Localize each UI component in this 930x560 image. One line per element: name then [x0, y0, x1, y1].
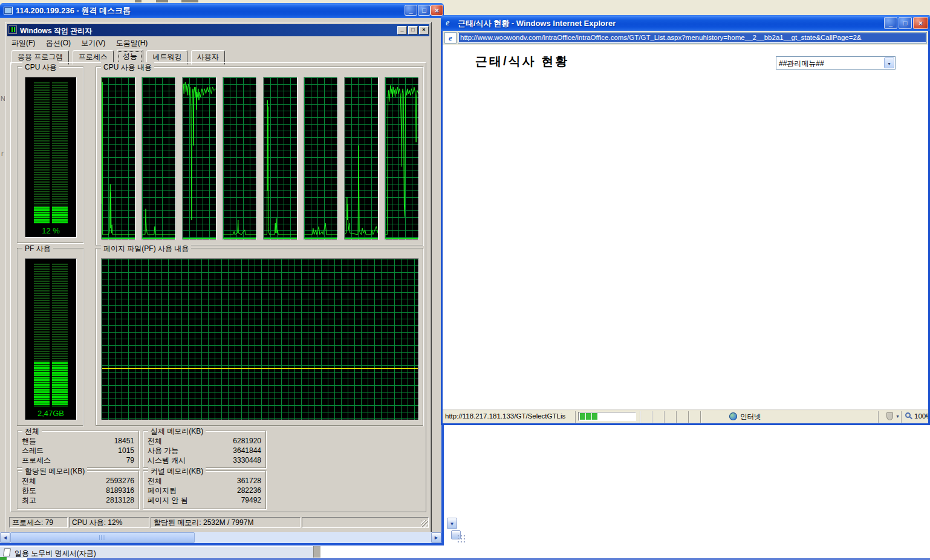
- bottom-bar-separator: [313, 546, 321, 558]
- ie-statusbar: http://118.217.181.133/GT/SelectGTLis 인터…: [443, 409, 928, 424]
- start-button-fragment[interactable]: [0, 557, 7, 560]
- ie-logo-icon: e: [446, 18, 455, 27]
- rdp-minimize-button[interactable]: _: [405, 5, 417, 16]
- status-cpu-usage: CPU 사용: 12%: [69, 517, 149, 528]
- page-title: 근태/식사 현황: [475, 53, 569, 70]
- stat-value: 2593276: [106, 476, 134, 486]
- rdp-titlebar[interactable]: 114.200.199.236 - 원격 데스크톱 _ □ ×: [0, 3, 444, 19]
- cpu-history-graph: [304, 77, 338, 240]
- stat-value: 6281920: [233, 436, 261, 446]
- ie-titlebar[interactable]: e 근태/식사 현황 - Windows Internet Explorer _…: [441, 15, 930, 31]
- cpu-usage-value: 12 %: [25, 226, 76, 236]
- remote-desktop-icon: [4, 7, 13, 15]
- bottom-window-bar[interactable]: 일용 노무비 명세서(자금): [0, 546, 313, 558]
- stat-value: 79492: [241, 495, 261, 505]
- pf-usage-gauge: 2,47GB: [25, 258, 77, 420]
- task-manager-icon: [8, 25, 17, 34]
- desktop-artifact-text: r: [1, 150, 4, 157]
- document-icon: [3, 549, 11, 556]
- ie-maximize-button[interactable]: □: [899, 17, 912, 29]
- scroll-left-icon: ◄: [2, 535, 8, 541]
- cpu-usage-label: CPU 사용: [22, 62, 59, 73]
- chevron-down-icon[interactable]: ▼: [884, 57, 894, 68]
- taskmgr-minimize-button[interactable]: _: [397, 26, 407, 34]
- background-window-fragment: [156, 0, 168, 2]
- status-loading-url: http://118.217.181.133/GT/SelectGTLis: [445, 412, 573, 420]
- background-window-fragment: [181, 0, 198, 2]
- resize-grip[interactable]: [421, 520, 428, 527]
- menu-file[interactable]: 파일(F): [7, 37, 39, 50]
- rdp-title: 114.200.199.236 - 원격 데스크톱: [16, 5, 131, 16]
- stat-label: 페이지됨: [148, 486, 177, 495]
- cpu-history-graph: [223, 77, 257, 240]
- ie-address-bar: e http://www.woowondv.com/intraOffice/in…: [443, 31, 928, 45]
- ie-title: 근태/식사 현황 - Windows Internet Explorer: [458, 18, 616, 29]
- minimize-icon: _: [400, 27, 403, 33]
- taskmgr-statusbar: 프로세스: 79 CPU 사용: 12% 할당된 메모리: 2532M / 79…: [8, 517, 429, 529]
- taskmgr-tabstrip: 응용 프로그램 프로세스 성능 네트워킹 사용자: [11, 50, 428, 63]
- admin-menu-select[interactable]: ##관리메뉴## ▼: [776, 56, 896, 70]
- physical-memory-title: 실제 메모리(KB): [148, 426, 206, 437]
- pf-history-group: 페이지 파일(PF) 사용 내용: [96, 248, 423, 426]
- totals-title: 전체: [22, 426, 42, 437]
- address-url-selected: http://www.woowondv.com/intraOffice/intr…: [459, 33, 926, 42]
- status-processes: 프로세스: 79: [9, 517, 68, 528]
- background-resize-grip: [457, 535, 466, 542]
- phishing-filter-icon[interactable]: [886, 412, 893, 420]
- cpu-history-label: CPU 사용 내용: [101, 62, 154, 73]
- menu-options[interactable]: 옵션(O): [42, 37, 75, 50]
- close-icon: ×: [919, 19, 922, 27]
- progress-block: [580, 413, 585, 420]
- taskmgr-menubar: 파일(F) 옵션(O) 보기(V) 도움말(H): [7, 37, 429, 48]
- taskmgr-maximize-button[interactable]: □: [408, 26, 418, 34]
- progress-block: [586, 413, 591, 420]
- cpu-history-graph: [101, 77, 135, 240]
- stat-value: 1015: [118, 446, 134, 455]
- globe-icon: [729, 412, 737, 420]
- minimize-icon: _: [409, 7, 412, 14]
- physical-memory-group: 실제 메모리(KB) 전체6281920 사용 가능3641844 시스템 캐시…: [143, 431, 266, 468]
- taskmgr-close-button[interactable]: ×: [419, 26, 429, 34]
- background-scroll-down-button[interactable]: ▼: [447, 518, 457, 529]
- zoom-magnifier-handle: [909, 417, 912, 420]
- progress-bar: [578, 412, 636, 421]
- pf-usage-value: 2,47GB: [25, 409, 76, 418]
- rdp-client-area: N r Windows 작업 관리자 _ □ × 파일(F) 옵션(O) 보기(…: [0, 18, 441, 532]
- ie-close-button[interactable]: ×: [913, 17, 928, 29]
- menu-help[interactable]: 도움말(H): [112, 37, 152, 50]
- zoom-dropdown-icon[interactable]: ▼: [924, 414, 928, 418]
- pf-history-label: 페이지 파일(PF) 사용 내용: [101, 244, 191, 254]
- taskmgr-title: Windows 작업 관리자: [20, 26, 92, 36]
- stat-label: 전체: [148, 476, 162, 486]
- close-icon: ×: [435, 7, 438, 14]
- kernel-memory-group: 커널 메모리(KB) 전체361728 페이지됨282236 페이지 안 됨79…: [143, 470, 266, 509]
- minimize-icon: _: [889, 19, 893, 27]
- maximize-icon: □: [422, 7, 426, 14]
- stat-value: 3330448: [233, 455, 261, 465]
- menu-view[interactable]: 보기(V): [77, 37, 109, 50]
- cpu-usage-gauge: 12 %: [25, 77, 77, 238]
- address-input[interactable]: http://www.woowondv.com/intraOffice/intr…: [458, 32, 927, 44]
- rdp-bottom-border: [0, 543, 444, 545]
- phishing-dropdown-icon[interactable]: ▼: [896, 414, 900, 418]
- ie-minimize-button[interactable]: _: [884, 17, 897, 29]
- stat-value: 3641844: [233, 446, 261, 455]
- rdp-horizontal-scrollbar[interactable]: ◄ ►: [0, 532, 441, 543]
- stat-label: 한도: [22, 486, 36, 495]
- rdp-close-button[interactable]: ×: [431, 5, 443, 16]
- pf-history-graph: [101, 258, 419, 420]
- cpu-history-graph: [344, 77, 379, 240]
- status-commit-charge: 할당된 메모리: 2532M / 7997M: [151, 517, 301, 528]
- task-manager-window: Windows 작업 관리자 _ □ × 파일(F) 옵션(O) 보기(V) 도…: [5, 22, 432, 533]
- commit-charge-group: 할당된 메모리(KB) 전체2593276 한도8189316 최고281312…: [17, 470, 139, 509]
- stat-label: 사용 가능: [148, 446, 178, 455]
- scroll-right-button[interactable]: ►: [431, 532, 441, 543]
- desktop: 114.200.199.236 - 원격 데스크톱 _ □ × N r Wind…: [0, 0, 930, 560]
- progress-block: [592, 413, 597, 420]
- taskmgr-titlebar[interactable]: Windows 작업 관리자 _ □ ×: [7, 24, 429, 36]
- pf-gauge-led-column: [34, 264, 50, 406]
- scrollbar-thumb[interactable]: [10, 532, 195, 543]
- scroll-left-button[interactable]: ◄: [0, 532, 10, 543]
- stat-value: 361728: [237, 476, 261, 486]
- rdp-maximize-button[interactable]: □: [418, 5, 431, 16]
